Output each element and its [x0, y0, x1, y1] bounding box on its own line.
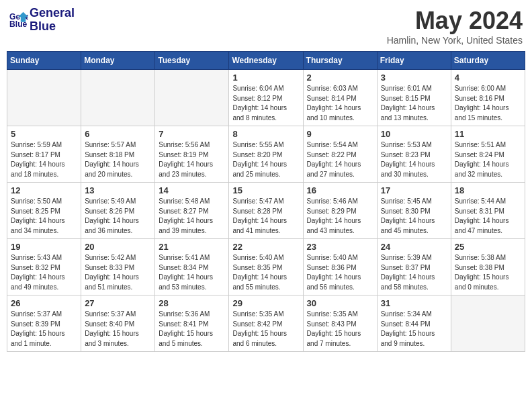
- calendar-cell: 14Sunrise: 5:48 AM Sunset: 8:27 PM Dayli…: [155, 183, 229, 239]
- title-area: May 2024 Hamlin, New York, United States: [387, 7, 523, 46]
- calendar-cell: 9Sunrise: 5:54 AM Sunset: 8:22 PM Daylig…: [303, 126, 377, 183]
- calendar-cell: 29Sunrise: 5:35 AM Sunset: 8:42 PM Dayli…: [229, 295, 303, 352]
- calendar-cell: 28Sunrise: 5:36 AM Sunset: 8:41 PM Dayli…: [155, 295, 229, 352]
- day-number: 20: [85, 242, 151, 252]
- day-info: Sunrise: 5:38 AM Sunset: 8:38 PM Dayligh…: [455, 253, 521, 292]
- calendar-cell: 11Sunrise: 5:51 AM Sunset: 8:24 PM Dayli…: [451, 126, 525, 183]
- day-info: Sunrise: 5:40 AM Sunset: 8:36 PM Dayligh…: [307, 253, 373, 292]
- day-number: 7: [159, 129, 225, 139]
- day-info: Sunrise: 5:44 AM Sunset: 8:31 PM Dayligh…: [455, 197, 521, 236]
- calendar-cell: 19Sunrise: 5:43 AM Sunset: 8:32 PM Dayli…: [7, 239, 81, 295]
- calendar-table: SundayMondayTuesdayWednesdayThursdayFrid…: [7, 51, 525, 352]
- calendar-cell: 30Sunrise: 5:35 AM Sunset: 8:43 PM Dayli…: [303, 295, 377, 352]
- calendar-cell: 18Sunrise: 5:44 AM Sunset: 8:31 PM Dayli…: [451, 183, 525, 239]
- day-number: 1: [232, 73, 299, 83]
- day-number: 16: [307, 185, 373, 195]
- day-number: 4: [455, 73, 521, 83]
- day-number: 12: [11, 185, 77, 195]
- day-info: Sunrise: 5:37 AM Sunset: 8:39 PM Dayligh…: [11, 310, 77, 349]
- day-number: 25: [455, 242, 521, 252]
- calendar-cell: 2Sunrise: 6:03 AM Sunset: 8:14 PM Daylig…: [303, 70, 377, 126]
- calendar-cell: 10Sunrise: 5:53 AM Sunset: 8:23 PM Dayli…: [377, 126, 451, 183]
- logo: General Blue General Blue: [9, 7, 75, 34]
- calendar-week-1: 1Sunrise: 6:04 AM Sunset: 8:12 PM Daylig…: [7, 70, 525, 126]
- day-info: Sunrise: 6:03 AM Sunset: 8:14 PM Dayligh…: [307, 84, 373, 123]
- calendar-cell: 12Sunrise: 5:50 AM Sunset: 8:25 PM Dayli…: [7, 183, 81, 239]
- header: General Blue General Blue May 2024 Hamli…: [7, 7, 525, 46]
- day-info: Sunrise: 5:37 AM Sunset: 8:40 PM Dayligh…: [85, 310, 151, 349]
- calendar-cell: 1Sunrise: 6:04 AM Sunset: 8:12 PM Daylig…: [229, 70, 303, 126]
- location-title: Hamlin, New York, United States: [387, 35, 523, 46]
- calendar-cell: 25Sunrise: 5:38 AM Sunset: 8:38 PM Dayli…: [451, 239, 525, 295]
- calendar-cell: 21Sunrise: 5:41 AM Sunset: 8:34 PM Dayli…: [155, 239, 229, 295]
- day-info: Sunrise: 5:57 AM Sunset: 8:18 PM Dayligh…: [85, 140, 151, 179]
- day-info: Sunrise: 5:59 AM Sunset: 8:17 PM Dayligh…: [11, 140, 77, 179]
- day-info: Sunrise: 5:54 AM Sunset: 8:22 PM Dayligh…: [307, 140, 373, 179]
- day-info: Sunrise: 5:34 AM Sunset: 8:44 PM Dayligh…: [381, 310, 447, 349]
- calendar-week-2: 5Sunrise: 5:59 AM Sunset: 8:17 PM Daylig…: [7, 126, 525, 183]
- calendar-cell: 24Sunrise: 5:39 AM Sunset: 8:37 PM Dayli…: [377, 239, 451, 295]
- calendar-cell: 23Sunrise: 5:40 AM Sunset: 8:36 PM Dayli…: [303, 239, 377, 295]
- column-header-saturday: Saturday: [451, 52, 525, 70]
- day-number: 31: [381, 298, 447, 308]
- column-header-tuesday: Tuesday: [155, 52, 229, 70]
- day-number: 29: [232, 298, 299, 308]
- calendar-cell: 8Sunrise: 5:55 AM Sunset: 8:20 PM Daylig…: [229, 126, 303, 183]
- calendar-cell: 7Sunrise: 5:56 AM Sunset: 8:19 PM Daylig…: [155, 126, 229, 183]
- day-info: Sunrise: 5:55 AM Sunset: 8:20 PM Dayligh…: [232, 140, 299, 179]
- day-info: Sunrise: 5:43 AM Sunset: 8:32 PM Dayligh…: [11, 253, 77, 292]
- day-info: Sunrise: 6:04 AM Sunset: 8:12 PM Dayligh…: [232, 84, 299, 123]
- day-number: 19: [11, 242, 77, 252]
- calendar-cell: 26Sunrise: 5:37 AM Sunset: 8:39 PM Dayli…: [7, 295, 81, 352]
- calendar-cell: [7, 70, 81, 126]
- month-title: May 2024: [387, 7, 523, 35]
- day-number: 24: [381, 242, 447, 252]
- calendar-cell: [155, 70, 229, 126]
- logo-icon: General Blue: [9, 11, 28, 30]
- calendar-cell: 5Sunrise: 5:59 AM Sunset: 8:17 PM Daylig…: [7, 126, 81, 183]
- day-info: Sunrise: 5:35 AM Sunset: 8:42 PM Dayligh…: [232, 310, 299, 349]
- calendar-cell: 16Sunrise: 5:46 AM Sunset: 8:29 PM Dayli…: [303, 183, 377, 239]
- calendar-cell: 27Sunrise: 5:37 AM Sunset: 8:40 PM Dayli…: [81, 295, 155, 352]
- day-number: 11: [455, 129, 521, 139]
- day-number: 28: [159, 298, 225, 308]
- day-number: 30: [307, 298, 373, 308]
- column-header-monday: Monday: [81, 52, 155, 70]
- logo-text: General Blue: [30, 7, 75, 34]
- day-number: 5: [11, 129, 77, 139]
- calendar-header-row: SundayMondayTuesdayWednesdayThursdayFrid…: [7, 52, 525, 70]
- day-info: Sunrise: 5:46 AM Sunset: 8:29 PM Dayligh…: [307, 197, 373, 236]
- day-info: Sunrise: 6:00 AM Sunset: 8:16 PM Dayligh…: [455, 84, 521, 123]
- day-info: Sunrise: 5:35 AM Sunset: 8:43 PM Dayligh…: [307, 310, 373, 349]
- day-number: 17: [381, 185, 447, 195]
- day-info: Sunrise: 5:51 AM Sunset: 8:24 PM Dayligh…: [455, 140, 521, 179]
- column-header-friday: Friday: [377, 52, 451, 70]
- calendar-cell: 6Sunrise: 5:57 AM Sunset: 8:18 PM Daylig…: [81, 126, 155, 183]
- calendar-cell: [81, 70, 155, 126]
- day-info: Sunrise: 5:50 AM Sunset: 8:25 PM Dayligh…: [11, 197, 77, 236]
- calendar-week-5: 26Sunrise: 5:37 AM Sunset: 8:39 PM Dayli…: [7, 295, 525, 352]
- day-number: 21: [159, 242, 225, 252]
- day-info: Sunrise: 5:53 AM Sunset: 8:23 PM Dayligh…: [381, 140, 447, 179]
- day-number: 14: [159, 185, 225, 195]
- day-info: Sunrise: 5:49 AM Sunset: 8:26 PM Dayligh…: [85, 197, 151, 236]
- day-number: 13: [85, 185, 151, 195]
- calendar-cell: 13Sunrise: 5:49 AM Sunset: 8:26 PM Dayli…: [81, 183, 155, 239]
- day-number: 3: [381, 73, 447, 83]
- day-number: 26: [11, 298, 77, 308]
- day-info: Sunrise: 5:42 AM Sunset: 8:33 PM Dayligh…: [85, 253, 151, 292]
- calendar-week-4: 19Sunrise: 5:43 AM Sunset: 8:32 PM Dayli…: [7, 239, 525, 295]
- calendar-cell: 15Sunrise: 5:47 AM Sunset: 8:28 PM Dayli…: [229, 183, 303, 239]
- day-number: 10: [381, 129, 447, 139]
- day-info: Sunrise: 6:01 AM Sunset: 8:15 PM Dayligh…: [381, 84, 447, 123]
- calendar-week-3: 12Sunrise: 5:50 AM Sunset: 8:25 PM Dayli…: [7, 183, 525, 239]
- day-info: Sunrise: 5:48 AM Sunset: 8:27 PM Dayligh…: [159, 197, 225, 236]
- day-number: 15: [232, 185, 299, 195]
- calendar-cell: [451, 295, 525, 352]
- day-number: 23: [307, 242, 373, 252]
- day-info: Sunrise: 5:45 AM Sunset: 8:30 PM Dayligh…: [381, 197, 447, 236]
- day-info: Sunrise: 5:47 AM Sunset: 8:28 PM Dayligh…: [232, 197, 299, 236]
- column-header-sunday: Sunday: [7, 52, 81, 70]
- day-number: 8: [232, 129, 299, 139]
- calendar-cell: 17Sunrise: 5:45 AM Sunset: 8:30 PM Dayli…: [377, 183, 451, 239]
